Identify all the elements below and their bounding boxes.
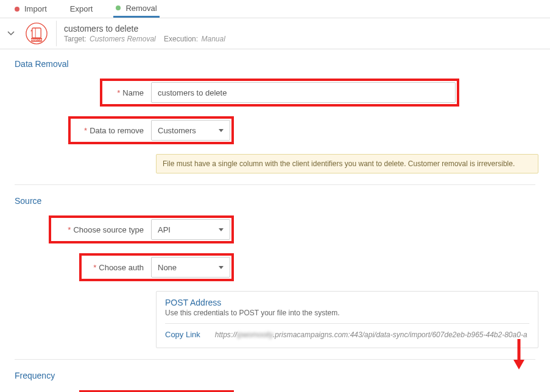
page-subtitle: Target: Customers Removal Execution: Man… (64, 35, 231, 43)
highlight-source-type: *Choose source type API (49, 215, 234, 243)
divider (15, 359, 535, 360)
dot-icon (15, 7, 19, 12)
tab-label: Export (70, 4, 93, 13)
chevron-down-icon (219, 129, 224, 132)
page-title: customers to delete (64, 24, 231, 33)
choose-source-label: Choose source type (73, 225, 144, 234)
target-label: Target: (64, 35, 86, 43)
post-subtitle: Use this credentials to POST your file i… (165, 309, 529, 317)
tab-export[interactable]: Export (68, 0, 96, 18)
highlight-data-to-remove: *Data to remove Customers (68, 116, 234, 144)
divider (15, 184, 535, 185)
top-tabs: Import Export Removal (0, 0, 550, 18)
section-title-data-removal: Data Removal (15, 59, 535, 69)
choose-auth-label: Choose auth (99, 263, 144, 272)
tab-import[interactable]: Import (12, 0, 49, 18)
choose-auth-dropdown[interactable]: None (151, 257, 230, 278)
section-title-frequency: Frequency (15, 371, 535, 380)
highlight-choose-auth: *Choose auth None (79, 253, 234, 281)
svg-text:REMOVE: REMOVE (31, 38, 42, 41)
execution-value: Manual (201, 35, 225, 43)
remove-icon: REMOVE (24, 21, 49, 46)
dot-icon (116, 5, 121, 10)
chevron-down-icon (7, 30, 15, 37)
post-address-box: POST Address Use this credentials to POS… (156, 291, 538, 348)
row-data-to-remove: *Data to remove Customers (15, 116, 535, 144)
tab-removal[interactable]: Removal (113, 0, 159, 18)
row-name: *Name (15, 79, 535, 107)
data-to-remove-dropdown[interactable]: Customers (151, 120, 230, 141)
dropdown-value: None (158, 263, 177, 272)
header-text: customers to delete Target: Customers Re… (64, 24, 231, 43)
highlight-name: *Name (100, 79, 459, 107)
svg-rect-1 (32, 28, 41, 38)
divider (56, 21, 57, 46)
row-source-type: *Choose source type API (15, 215, 535, 243)
post-url: https://ipwomooity.prismacampaigns.com:4… (215, 331, 527, 339)
row-choose-auth: *Choose auth None (15, 253, 535, 281)
collapse-toggle[interactable] (5, 27, 17, 40)
data-to-remove-label: Data to remove (90, 126, 144, 135)
section-title-source: Source (15, 196, 535, 206)
page-header: REMOVE customers to delete Target: Custo… (0, 18, 550, 49)
chevron-down-icon (219, 228, 224, 231)
source-type-dropdown[interactable]: API (151, 219, 230, 240)
tab-label: Import (24, 4, 47, 13)
dropdown-value: API (158, 225, 171, 234)
name-input[interactable] (151, 82, 456, 103)
target-value: Customers Removal (90, 35, 156, 43)
tab-label: Removal (125, 4, 157, 13)
chevron-down-icon (219, 266, 224, 269)
dropdown-value: Customers (158, 126, 196, 135)
copy-link[interactable]: Copy Link (165, 330, 200, 339)
execution-label: Execution: (164, 35, 198, 43)
name-label: Name (122, 88, 144, 97)
post-title: POST Address (165, 298, 529, 307)
warning-message: File must have a single column with the … (156, 154, 538, 173)
